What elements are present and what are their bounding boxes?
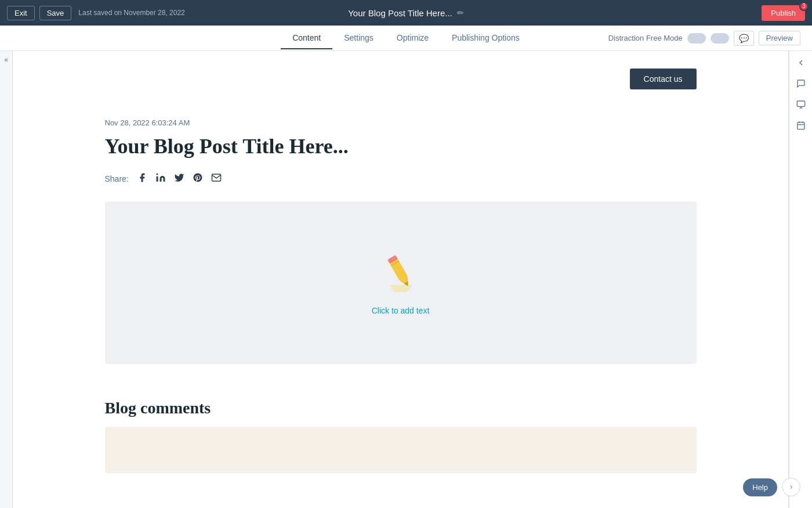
- linkedin-share-icon[interactable]: [155, 172, 166, 185]
- last-saved-text: Last saved on November 28, 2022: [78, 9, 184, 17]
- right-sidebar: [789, 51, 812, 508]
- preview-button[interactable]: Preview: [759, 31, 800, 45]
- page-content: Contact us Nov 28, 2022 6:03:24 AM Your …: [82, 51, 720, 508]
- secondary-toggle[interactable]: [710, 33, 729, 44]
- svg-rect-0: [156, 176, 158, 182]
- pencil-icon: [378, 250, 424, 299]
- comments-area: [105, 427, 697, 473]
- tab-publishing-options[interactable]: Publishing Options: [440, 27, 531, 49]
- distraction-free-toggle[interactable]: [687, 33, 706, 44]
- twitter-share-icon[interactable]: [174, 172, 184, 185]
- contact-bar: Contact us: [105, 63, 697, 107]
- main-layout: « Contact us Nov 28, 2022 6:03:24 AM You…: [0, 51, 812, 508]
- tab-settings[interactable]: Settings: [332, 27, 385, 49]
- share-row: Share:: [105, 172, 697, 185]
- edit-title-icon[interactable]: ✏: [457, 8, 464, 17]
- topbar-right: Publish 3: [762, 5, 805, 21]
- right-sidebar-collapse-icon[interactable]: [796, 58, 806, 70]
- svg-point-1: [156, 174, 158, 175]
- right-sidebar-monitor-icon[interactable]: [796, 100, 806, 111]
- svg-marker-2: [389, 285, 412, 292]
- save-button[interactable]: Save: [39, 6, 72, 20]
- contact-us-button[interactable]: Contact us: [630, 69, 697, 89]
- comments-icon-button[interactable]: 💬: [734, 31, 754, 46]
- nav-tabs-bar: Content Settings Optimize Publishing Opt…: [0, 26, 812, 51]
- exit-button[interactable]: Exit: [7, 6, 35, 20]
- pinterest-share-icon[interactable]: [193, 172, 203, 185]
- nav-tabs-right: Distraction Free Mode 💬 Preview: [608, 31, 800, 46]
- click-to-add-text-label[interactable]: Click to add text: [372, 306, 430, 315]
- topbar-center: Your Blog Post Title Here... ✏: [348, 8, 464, 18]
- topbar-left: Exit Save Last saved on November 28, 202…: [7, 6, 185, 20]
- right-sidebar-calendar-icon[interactable]: [796, 121, 806, 132]
- blog-title-topbar: Your Blog Post Title Here...: [348, 8, 452, 18]
- collapse-sidebar-icon[interactable]: «: [4, 56, 8, 64]
- blog-comments-section: Blog comments: [105, 399, 697, 473]
- left-sidebar[interactable]: «: [0, 51, 13, 508]
- tab-optimize[interactable]: Optimize: [385, 27, 440, 49]
- blog-comments-title: Blog comments: [105, 399, 697, 417]
- content-area: Contact us Nov 28, 2022 6:03:24 AM Your …: [13, 51, 788, 508]
- blog-post: Nov 28, 2022 6:03:24 AM Your Blog Post T…: [105, 107, 697, 485]
- svg-rect-8: [797, 101, 804, 106]
- help-button[interactable]: Help: [743, 478, 777, 496]
- add-text-box[interactable]: Click to add text: [105, 201, 697, 364]
- blog-post-title: Your Blog Post Title Here...: [105, 134, 697, 158]
- share-label: Share:: [105, 174, 129, 183]
- distraction-free-label: Distraction Free Mode: [608, 34, 683, 42]
- email-share-icon[interactable]: [211, 172, 222, 185]
- chevron-right-button[interactable]: [782, 478, 800, 496]
- publish-button[interactable]: Publish 3: [762, 5, 805, 21]
- right-sidebar-chat-icon[interactable]: [796, 79, 806, 91]
- svg-rect-11: [798, 123, 804, 129]
- topbar: Exit Save Last saved on November 28, 202…: [0, 0, 812, 26]
- tab-content[interactable]: Content: [281, 27, 332, 49]
- publish-badge: 3: [799, 2, 809, 11]
- blog-date: Nov 28, 2022 6:03:24 AM: [105, 118, 697, 127]
- facebook-share-icon[interactable]: [137, 172, 147, 185]
- right-sidebar-top: [796, 58, 806, 132]
